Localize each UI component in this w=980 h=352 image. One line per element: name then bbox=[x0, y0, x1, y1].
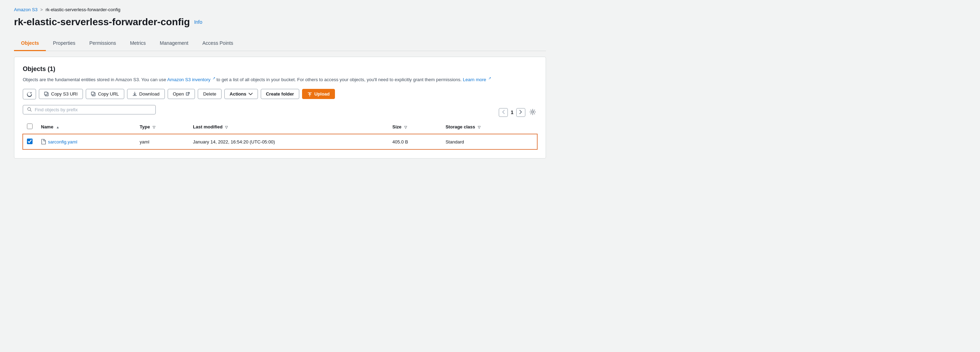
row-storage-class-cell: Standard bbox=[441, 134, 537, 150]
table-settings-button[interactable] bbox=[528, 108, 537, 117]
row-checkbox-cell bbox=[23, 134, 37, 150]
table-header-row: Name ▲ Type ▽ Last modified ▽ Size ▽ bbox=[23, 120, 537, 134]
page-title: rk-elastic-serverless-forwarder-config bbox=[14, 16, 190, 28]
search-container bbox=[23, 105, 156, 114]
upload-button[interactable]: Upload bbox=[302, 89, 335, 99]
select-all-checkbox[interactable] bbox=[27, 124, 33, 129]
svg-rect-3 bbox=[91, 92, 94, 95]
settings-icon bbox=[530, 109, 536, 115]
storage-class-sort-icon: ▽ bbox=[478, 125, 480, 129]
copy-s3-uri-button[interactable]: Copy S3 URI bbox=[39, 89, 83, 99]
search-input[interactable] bbox=[35, 107, 151, 112]
refresh-button[interactable] bbox=[23, 89, 36, 99]
type-sort-icon: ▽ bbox=[153, 125, 155, 129]
download-button[interactable]: Download bbox=[127, 89, 165, 99]
row-last-modified-cell: January 14, 2022, 16:54:20 (UTC-05:00) bbox=[189, 134, 388, 150]
delete-button[interactable]: Delete bbox=[198, 89, 221, 99]
panel-description: Objects are the fundamental entities sto… bbox=[23, 76, 537, 83]
tab-metrics[interactable]: Metrics bbox=[123, 36, 153, 51]
breadcrumb-parent-link[interactable]: Amazon S3 bbox=[14, 7, 37, 12]
copy-url-icon bbox=[91, 92, 96, 97]
page-header: rk-elastic-serverless-forwarder-config I… bbox=[14, 16, 546, 28]
file-icon bbox=[41, 139, 46, 144]
page-number: 1 bbox=[511, 109, 514, 115]
header-last-modified[interactable]: Last modified ▽ bbox=[189, 120, 388, 134]
header-name[interactable]: Name ▲ bbox=[37, 120, 135, 134]
header-type[interactable]: Type ▽ bbox=[135, 120, 189, 134]
objects-table: Name ▲ Type ▽ Last modified ▽ Size ▽ bbox=[23, 120, 537, 150]
row-name-cell: sarconfig.yaml bbox=[37, 134, 135, 150]
objects-panel: Objects (1) Objects are the fundamental … bbox=[14, 57, 546, 159]
tab-access-points[interactable]: Access Points bbox=[195, 36, 240, 51]
pagination-prev-button[interactable] bbox=[499, 108, 508, 117]
chevron-left-icon bbox=[502, 110, 505, 114]
upload-icon bbox=[307, 92, 312, 97]
s3-inventory-link[interactable]: Amazon S3 inventory ↗ bbox=[167, 77, 215, 82]
copy-s3-uri-icon bbox=[44, 92, 49, 97]
actions-button[interactable]: Actions bbox=[224, 89, 258, 99]
row-size-cell: 405.0 B bbox=[388, 134, 441, 150]
create-folder-button[interactable]: Create folder bbox=[261, 89, 299, 99]
refresh-icon bbox=[27, 91, 32, 97]
learn-more-link[interactable]: Learn more ↗ bbox=[463, 77, 491, 82]
copy-url-button[interactable]: Copy URL bbox=[86, 89, 124, 99]
row-checkbox[interactable] bbox=[27, 139, 33, 144]
panel-title: Objects (1) bbox=[23, 65, 537, 73]
learn-more-external-icon: ↗ bbox=[488, 76, 491, 80]
tab-properties[interactable]: Properties bbox=[46, 36, 82, 51]
svg-rect-1 bbox=[45, 92, 47, 95]
table-row: sarconfig.yaml yaml January 14, 2022, 16… bbox=[23, 134, 537, 150]
header-checkbox-cell bbox=[23, 120, 37, 134]
actions-dropdown-icon bbox=[248, 93, 253, 95]
breadcrumb-separator: > bbox=[40, 7, 43, 12]
info-link[interactable]: Info bbox=[194, 19, 202, 25]
pagination-controls: 1 bbox=[499, 108, 537, 117]
header-size[interactable]: Size ▽ bbox=[388, 120, 441, 134]
panel-header: Objects (1) bbox=[23, 65, 537, 73]
open-button[interactable]: Open bbox=[168, 89, 195, 99]
tab-permissions[interactable]: Permissions bbox=[82, 36, 123, 51]
chevron-right-icon bbox=[519, 110, 522, 114]
search-icon bbox=[27, 107, 32, 112]
tab-management[interactable]: Management bbox=[153, 36, 196, 51]
tabs-container: Objects Properties Permissions Metrics M… bbox=[14, 36, 546, 51]
name-sort-asc-icon: ▲ bbox=[56, 125, 59, 129]
pagination-next-button[interactable] bbox=[516, 108, 525, 117]
size-sort-icon: ▽ bbox=[404, 125, 407, 129]
toolbar: Copy S3 URI Copy URL Download Open bbox=[23, 89, 537, 99]
table-search-row: 1 bbox=[23, 105, 537, 120]
open-external-icon bbox=[186, 92, 190, 96]
svg-point-5 bbox=[531, 111, 534, 113]
breadcrumb: Amazon S3 > rk-elastic-serverless-forwar… bbox=[14, 7, 546, 12]
last-modified-sort-icon: ▽ bbox=[225, 125, 228, 129]
download-icon bbox=[132, 92, 137, 97]
header-storage-class[interactable]: Storage class ▽ bbox=[441, 120, 537, 134]
row-type-cell: yaml bbox=[135, 134, 189, 150]
file-name-link[interactable]: sarconfig.yaml bbox=[41, 139, 131, 144]
breadcrumb-current: rk-elastic-serverless-forwarder-config bbox=[46, 7, 120, 12]
tab-objects[interactable]: Objects bbox=[14, 36, 46, 51]
external-link-icon: ↗ bbox=[212, 76, 215, 80]
